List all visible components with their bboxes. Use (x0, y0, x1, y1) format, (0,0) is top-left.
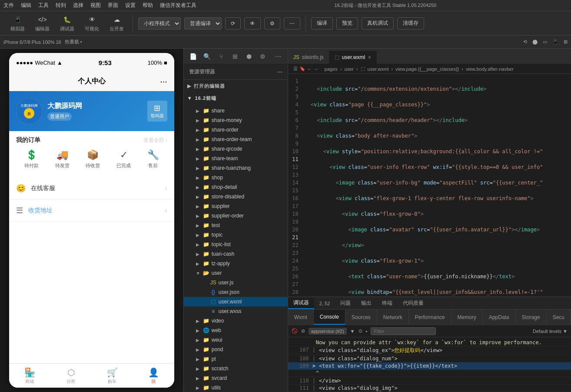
open-editors-header[interactable]: ▶ 打开的编辑器 (184, 80, 288, 92)
devtab-performance[interactable]: Performance (409, 310, 451, 325)
folder-share-team[interactable]: ▶ 📁 share-team (184, 154, 288, 163)
nav-shop[interactable]: 🏪 商城 (9, 364, 50, 388)
settings2-icon[interactable]: ⚙ (257, 50, 269, 63)
circle-icon[interactable]: ⬤ (532, 39, 538, 45)
folder-shop-detail[interactable]: ▶ 📁 shop-detail (184, 182, 288, 192)
file-user-wxml[interactable]: ⬚ user.wxml (184, 297, 288, 306)
debugger-btn[interactable]: 🐛 调试器 (56, 13, 78, 34)
tab-user-wxml[interactable]: ⬚ user.wxml × (329, 51, 377, 64)
qr-btn[interactable]: ⊞ 取码器 (147, 101, 167, 122)
folder-svcard[interactable]: ▶ 📁 svcard (184, 373, 288, 383)
folder-web[interactable]: ▶ 🌐 web (184, 326, 288, 335)
service-arrow-icon[interactable]: ▼ (350, 329, 355, 334)
devtab-memory[interactable]: Memory (451, 310, 483, 325)
menu-select[interactable]: 选择 (73, 2, 83, 9)
file-user-wxss[interactable]: ≡ user.wxss (184, 306, 288, 316)
debugger-tab-quality[interactable]: 代码质量 (398, 297, 429, 309)
folder-share[interactable]: ▶ 📁 share (184, 106, 288, 115)
tab-siteinfo[interactable]: JS siteinfo.js (288, 51, 329, 64)
menu-file[interactable]: 文件 (3, 2, 14, 9)
order-waiting-ship[interactable]: 🚚 待发货 (55, 149, 70, 169)
order-completed[interactable]: ✓ 已完成 (116, 149, 131, 169)
folder-shop[interactable]: ▶ 📁 shop (184, 173, 288, 182)
view-all-link[interactable]: 查看全部 › (143, 137, 167, 144)
breadcrumb-forward-icon[interactable]: → (314, 66, 319, 72)
preview-button[interactable]: 预览 (336, 17, 358, 30)
dot-icon[interactable]: • (366, 329, 368, 334)
folder-supplier[interactable]: ▶ 📁 supplier (184, 201, 288, 211)
folder-share-order-team[interactable]: ▶ 📁 share-order-team (184, 135, 288, 144)
debugger-tab-issues[interactable]: 问题 (335, 297, 356, 309)
debugger-tab-terminal[interactable]: 终端 (377, 297, 398, 309)
no-source-icon[interactable]: ⊘ (301, 328, 305, 334)
refresh-btn[interactable]: ⟳ (225, 17, 241, 30)
devtab-console[interactable]: Console (314, 310, 345, 325)
folder-test[interactable]: ▶ 📁 test (184, 221, 288, 230)
settings-btn[interactable]: ⚙ (264, 17, 280, 30)
breadcrumb-bookmark-icon[interactable]: 🔖 (299, 66, 305, 72)
folder-user[interactable]: ▼ 📂 user (184, 268, 288, 278)
service-customer[interactable]: 😊 在线客服 › (9, 178, 174, 200)
files-icon[interactable]: 📄 (187, 50, 199, 63)
folder-tuan-cash[interactable]: ▶ 📁 tuan-cash (184, 249, 288, 259)
miniapp-mode-select[interactable]: 小程序模式 (138, 17, 181, 30)
file-user-json[interactable]: {} user.json (184, 287, 288, 297)
devtab-appdata[interactable]: AppData (483, 310, 516, 325)
menu-wechat-devtool[interactable]: 微信开发者工具 (160, 2, 196, 9)
folder-store-disabled[interactable]: ▶ 📁 store-disabled (184, 192, 288, 201)
grid-icon[interactable]: ⊞ (564, 39, 568, 45)
breadcrumb-back-icon[interactable]: ← (307, 66, 312, 72)
order-aftersale[interactable]: 🔧 售后 (147, 149, 159, 169)
compile-mode-select[interactable]: 普通编译 (184, 17, 222, 30)
folder-pond[interactable]: ▶ 📁 pond (184, 345, 288, 354)
folder-supplier-order[interactable]: ▶ 📁 supplier-order (184, 211, 288, 221)
folder-pt[interactable]: ▶ 📁 pt (184, 354, 288, 364)
service-selector[interactable]: appservice (#2) (309, 328, 347, 335)
folder-weui[interactable]: ▶ 📁 weui (184, 335, 288, 345)
folder-tz-apply[interactable]: ▶ 📁 tz-apply (184, 259, 288, 268)
devtab-network[interactable]: Network (377, 310, 409, 325)
default-levels[interactable]: Default levels ▼ (533, 329, 568, 334)
more-btn[interactable]: ⋯ (284, 17, 300, 30)
folder-topic-list[interactable]: ▶ 📁 topic-list (184, 240, 288, 249)
git-icon[interactable]: ⑂ (215, 50, 227, 63)
devtab-storage[interactable]: Storage (516, 310, 547, 325)
clear-icon[interactable]: 🚫 (292, 328, 298, 334)
menu-view[interactable]: 视图 (90, 2, 101, 9)
folder-share-tuanzhang[interactable]: ▶ 📁 share-tuanzhang (184, 163, 288, 173)
grid-icon2[interactable]: ⊞ (229, 50, 241, 63)
real-machine-button[interactable]: 真机调试 (362, 17, 394, 30)
menu-interface[interactable]: 界面 (108, 2, 118, 9)
more-icon[interactable]: ⋯ (272, 50, 284, 63)
console-filter-input[interactable] (371, 327, 436, 335)
folder-share-money[interactable]: ▶ 📁 share-money (184, 115, 288, 125)
file-user-js[interactable]: JS user.js (184, 278, 288, 287)
menu-tools[interactable]: 工具 (38, 2, 49, 9)
devtab-wxml[interactable]: Wxml (288, 310, 314, 325)
hotreload-btn[interactable]: 热重载 • (65, 39, 82, 45)
menu-settings[interactable]: 设置 (125, 2, 136, 9)
close-tab-icon[interactable]: × (368, 54, 371, 61)
visual-btn[interactable]: 👁 可视化 (81, 13, 103, 34)
device-selector[interactable]: iPhone 6/7/8 Plus 100% 16 (3, 40, 61, 45)
cloud-btn[interactable]: ☁ 云开发 (106, 13, 127, 34)
folder-utils[interactable]: ▶ 📁 utils (184, 383, 288, 392)
editor-btn[interactable]: </> 编辑器 (32, 13, 53, 34)
extension-icon[interactable]: ⬢ (243, 50, 255, 63)
order-waiting-receive[interactable]: 📦 待收货 (86, 149, 100, 169)
breadcrumb-list-icon[interactable]: ☰ (293, 66, 298, 72)
devtab-secu[interactable]: Secu (547, 310, 571, 325)
preview-eye-btn[interactable]: 👁 (244, 17, 261, 30)
search-icon[interactable]: 🔍 (201, 50, 213, 63)
clean-cache-button[interactable]: 清缓存 (397, 17, 424, 30)
select-icon[interactable]: ⊙ (359, 328, 362, 334)
menu-help[interactable]: 帮助 (143, 2, 153, 9)
explorer-more[interactable]: ⋯ (277, 69, 282, 75)
folder-scratch[interactable]: ▶ 📁 scratch (184, 364, 288, 373)
nav-me[interactable]: 👤 我 (133, 364, 174, 388)
devtab-sources[interactable]: Sources (345, 310, 377, 325)
simulator-btn[interactable]: 📱 模拟器 (7, 13, 28, 34)
rotate-icon[interactable]: ⟲ (523, 39, 527, 45)
folder-share-qrcode[interactable]: ▶ 📁 share-qrcode (184, 144, 288, 154)
folder-topic[interactable]: ▶ 📁 topic (184, 230, 288, 240)
